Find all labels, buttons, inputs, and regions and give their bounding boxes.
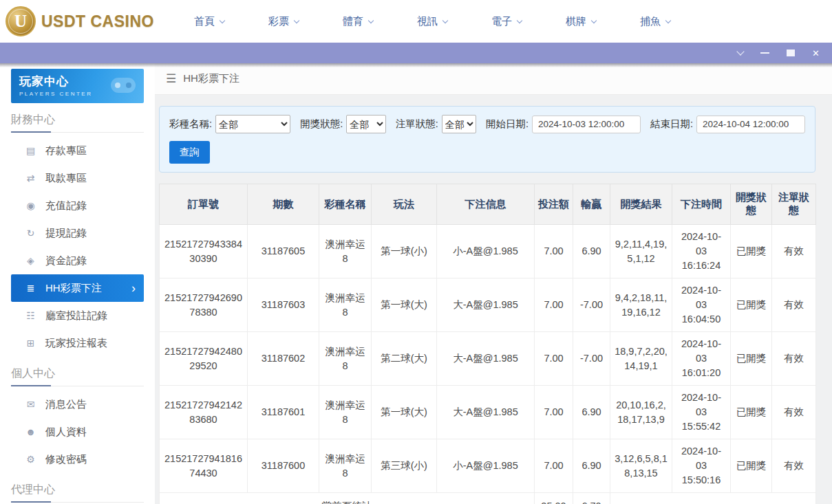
cell-play-type: 第一球(大) [372,278,437,332]
chevron-down-icon [294,17,299,23]
gear-icon: ⚙ [25,454,36,465]
main-area: 玩家中心 PLAYERS CENTER 財務中心 ▤ 存款專區 ⇄ 取款專區 ◉… [0,63,832,504]
logo-text: USDT CASINO [41,12,154,31]
sidebar-item-hh-lottery-bets[interactable]: ≣ HH彩票下注 › [11,274,144,302]
section-header-agent: 代理中心 [11,483,144,503]
summary-win: 6.70 [573,493,610,504]
section-header-finance: 財務中心 [11,113,144,133]
summary-empty [610,493,816,504]
nav-item-label: 首頁 [194,15,215,28]
cell-bet-amount: 7.00 [535,332,573,386]
column-header: 開獎結果 [610,184,672,225]
cell-lottery-name: 澳洲幸运8 [319,386,372,439]
sidebar-item-hall-bet-records[interactable]: ☷ 廳室投註記錄 [11,302,144,329]
cell-win-loss: -7.00 [573,332,610,386]
cell-bet-info: 大-A盤@1.985 [437,386,535,439]
cell-order-no: 2152172794269078380 [160,278,248,332]
table-row: 2152172794214283680 31187601 澳洲幸运8 第一球(大… [160,386,816,439]
sidebar-item-label: 廳室投註記錄 [45,309,107,322]
cell-order-status: 有效 [772,225,816,278]
content-area: ☰ HH彩票下注 彩種名稱: 全部 開獎狀態: 全部 注單狀態: 全部 [155,63,832,504]
nav-item[interactable]: 視訊 [417,15,447,28]
sidebar-item-withdraw[interactable]: ⇄ 取款專區 [11,164,144,192]
lottery-filter-label: 彩種名稱: [169,118,212,131]
cell-draw-status: 已開獎 [731,439,772,493]
nav-item[interactable]: 體育 [343,15,373,28]
search-button[interactable]: 查詢 [169,141,210,164]
nav-item-label: 電子 [491,15,512,28]
nav-item-label: 體育 [343,15,363,28]
cell-order-no: 2152172794214283680 [160,386,248,439]
cell-win-loss: 6.90 [573,225,610,278]
filter-panel: 彩種名稱: 全部 開獎狀態: 全部 注單狀態: 全部 開始日期: 結束日期: [159,106,815,173]
recharge-icon: ◉ [25,200,36,211]
sidebar-item-recharge-records[interactable]: ◉ 充值記錄 [11,192,144,219]
sidebar-item-label: 修改密碼 [45,453,87,466]
personal-menu: ✉ 消息公告 ☻ 個人資料 ⚙ 修改密碼 [0,391,155,473]
chevron-down-icon [517,17,522,23]
cell-draw-status: 已開獎 [731,225,772,278]
sidebar-item-player-bet-report[interactable]: ⊞ 玩家投注報表 [11,329,144,357]
table-row: 2152172794269078380 31187603 澳洲幸运8 第一球(大… [160,278,816,332]
nav-item[interactable]: 電子 [491,15,522,28]
chevron-down-icon [368,17,374,23]
close-icon[interactable]: ✕ [812,49,820,58]
cell-order-no: 2152172794248029520 [160,332,248,386]
cell-bet-amount: 7.00 [535,439,573,493]
sidebar-item-change-password[interactable]: ⚙ 修改密碼 [11,446,144,473]
column-header: 開獎狀態 [731,184,772,225]
cell-draw-result: 20,10,16,2,18,17,13,9 [610,386,672,439]
column-header: 訂單號 [160,184,248,225]
summary-label: 當前頁統計 [160,493,535,504]
menu-icon[interactable]: ☰ [166,72,176,86]
maximize-icon[interactable] [787,50,795,56]
nav-item[interactable]: 捕魚 [640,15,670,28]
breadcrumb: ☰ HH彩票下注 [155,63,832,95]
sidebar-item-profile[interactable]: ☻ 個人資料 [11,418,144,446]
nav-item[interactable]: 棋牌 [566,15,596,28]
cell-bet-time: 2024-10-03 15:55:42 [672,386,731,439]
cell-order-status: 有效 [772,439,816,493]
table-row: 2152172794338430390 31187605 澳洲幸运8 第一球(小… [160,225,816,278]
minimize-icon[interactable] [760,52,769,54]
sidebar-item-announcements[interactable]: ✉ 消息公告 [11,391,144,418]
cell-draw-status: 已開獎 [731,332,772,386]
order-status-select[interactable]: 全部 [442,115,476,133]
lottery-select[interactable]: 全部 [215,115,290,133]
usdt-logo[interactable]: U USDT CASINO [6,6,154,36]
chevron-down-icon[interactable] [736,47,744,55]
cell-order-no: 2152172794338430390 [160,225,248,278]
column-header: 期數 [248,184,319,225]
person-icon: ☻ [25,426,36,437]
nav-item[interactable]: 首頁 [194,15,224,28]
cell-draw-result: 3,12,6,5,8,18,13,15 [610,439,672,493]
table-body: 2152172794338430390 31187605 澳洲幸运8 第一球(小… [160,225,816,493]
order-status-filter-label: 注單狀態: [396,118,438,131]
filter-row: 彩種名稱: 全部 開獎狀態: 全部 注單狀態: 全部 開始日期: 結束日期: [169,115,805,133]
sidebar-item-deposit[interactable]: ▤ 存款專區 [11,137,144,164]
draw-status-select[interactable]: 全部 [346,115,385,133]
cell-bet-time: 2024-10-03 16:01:20 [672,332,731,386]
chevron-down-icon [220,17,225,23]
nav-item-label: 視訊 [417,15,438,28]
bets-table-card: 訂單號 期數 彩種名稱 玩法 下注信息 投注額 [159,184,815,504]
cell-period: 31187603 [248,278,319,332]
player-center-header: 玩家中心 PLAYERS CENTER [11,69,144,103]
finance-menu: ▤ 存款專區 ⇄ 取款專區 ◉ 充值記錄 ↻ 提現記錄 ◈ 資金記錄 ≣ HH彩… [0,137,155,357]
cell-play-type: 第一球(小) [372,225,437,278]
cell-order-status: 有效 [772,386,816,439]
lottery-bet-icon: ≣ [25,283,36,294]
sidebar-item-label: 存款專區 [45,144,87,157]
cell-period: 31187602 [248,332,319,386]
sidebar-item-funds-records[interactable]: ◈ 資金記錄 [11,247,144,274]
bets-table: 訂單號 期數 彩種名稱 玩法 下注信息 投注額 [159,184,816,504]
sidebar-item-label: 玩家投注報表 [45,337,107,350]
nav-item[interactable]: 彩票 [268,15,299,28]
report-icon: ⊞ [25,338,36,349]
sidebar-item-cashout-records[interactable]: ↻ 提現記錄 [11,219,144,247]
end-date-input[interactable] [696,116,805,133]
cell-draw-status: 已開獎 [731,386,772,439]
bell-icon: ✉ [25,399,36,410]
start-date-input[interactable] [532,116,641,133]
cell-bet-info: 大-A盤@1.985 [437,278,535,332]
